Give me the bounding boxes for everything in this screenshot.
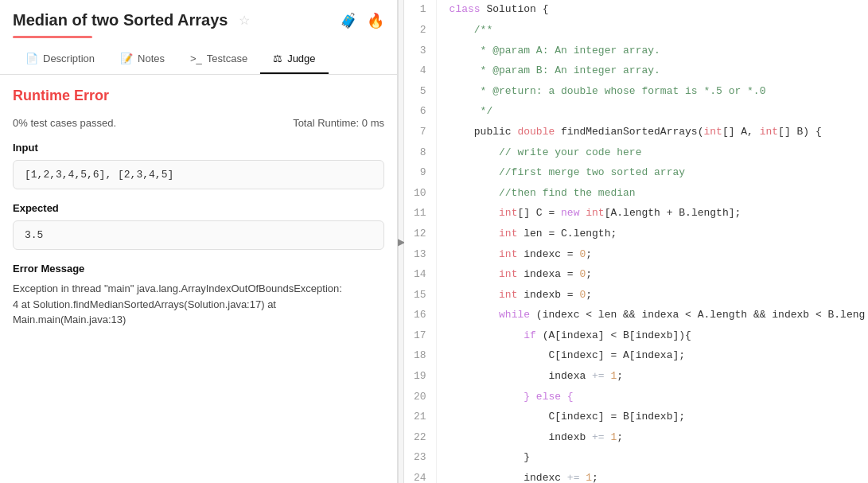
code-line: class Solution { bbox=[450, 0, 868, 21]
line-number: 22 bbox=[414, 427, 426, 448]
judge-content: Runtime Error 0% test cases passed. Tota… bbox=[0, 75, 397, 483]
code-editor-panel: 1234567891011121314151617181920212223242… bbox=[404, 0, 868, 483]
code-line: int[] C = new int[A.length + B.length]; bbox=[450, 204, 868, 224]
line-number: 2 bbox=[414, 21, 426, 41]
error-message-text: Exception in thread "main" java.lang.Arr… bbox=[13, 281, 384, 328]
tab-notes[interactable]: 📝 Notes bbox=[107, 45, 177, 74]
code-line: indexa += 1; bbox=[450, 367, 868, 388]
code-line: * @return: a double whose format is *.5 … bbox=[450, 81, 868, 102]
code-line: int indexc = 0; bbox=[450, 244, 868, 265]
progress-bar bbox=[13, 36, 92, 38]
code-line: //then find the median bbox=[450, 183, 868, 204]
line-number: 5 bbox=[414, 81, 426, 102]
line-number: 1 bbox=[414, 0, 426, 21]
code-line: C[indexc] = B[indexb]; bbox=[450, 407, 868, 428]
testcase-tab-label: Testcase bbox=[207, 53, 247, 64]
description-tab-label: Description bbox=[43, 53, 95, 64]
error-message-label: Error Message bbox=[13, 263, 384, 275]
left-panel: Median of two Sorted Arrays ☆ 🧳 🔥 📄 Desc… bbox=[0, 0, 398, 483]
code-line: while (indexc < len && indexa < A.length… bbox=[450, 306, 868, 326]
code-line: indexb += 1; bbox=[450, 427, 868, 448]
code-line: // write your code here bbox=[450, 142, 868, 163]
line-number: 24 bbox=[414, 469, 426, 483]
tab-bar: 📄 Description 📝 Notes >_ Testcase ⚖ Judg… bbox=[13, 45, 384, 74]
tab-judge[interactable]: ⚖ Judge bbox=[260, 45, 328, 74]
line-numbers: 1234567891011121314151617181920212223242… bbox=[404, 0, 437, 483]
code-line: /** bbox=[450, 21, 868, 41]
briefcase-icon[interactable]: 🧳 bbox=[340, 12, 357, 29]
code-line: int indexb = 0; bbox=[450, 285, 868, 306]
star-icon[interactable]: ☆ bbox=[239, 13, 250, 28]
code-line: } bbox=[450, 448, 868, 469]
expected-label: Expected bbox=[13, 202, 384, 214]
testcase-tab-icon: >_ bbox=[190, 53, 202, 64]
input-value: [1,2,3,4,5,6], [2,3,4,5] bbox=[13, 160, 384, 189]
description-tab-icon: 📄 bbox=[25, 53, 38, 64]
line-number: 10 bbox=[414, 183, 426, 204]
judge-tab-icon: ⚖ bbox=[273, 53, 282, 64]
code-line: C[indexc] = A[indexa]; bbox=[450, 346, 868, 367]
notes-tab-label: Notes bbox=[138, 53, 165, 64]
line-number: 16 bbox=[414, 306, 426, 326]
expected-value: 3.5 bbox=[13, 220, 384, 250]
code-line: * @param A: An integer array. bbox=[450, 41, 868, 61]
runtime-error-label: Runtime Error bbox=[13, 88, 384, 104]
line-number: 15 bbox=[414, 285, 426, 306]
panel-divider[interactable]: ▶ bbox=[398, 0, 404, 483]
runtime-stat: Total Runtime: 0 ms bbox=[293, 117, 384, 129]
pass-rate: 0% test cases passed. bbox=[13, 117, 116, 129]
line-number: 3 bbox=[414, 41, 426, 61]
line-number: 19 bbox=[414, 367, 426, 388]
line-number: 12 bbox=[414, 224, 426, 245]
line-number: 8 bbox=[414, 142, 426, 163]
tab-testcase[interactable]: >_ Testcase bbox=[177, 45, 260, 74]
line-number: 13 bbox=[414, 244, 426, 265]
line-number: 18 bbox=[414, 346, 426, 367]
line-number: 6 bbox=[414, 102, 426, 123]
line-number: 7 bbox=[414, 123, 426, 143]
code-editor[interactable]: 1234567891011121314151617181920212223242… bbox=[404, 0, 868, 483]
line-number: 4 bbox=[414, 61, 426, 82]
code-content[interactable]: class Solution { /** * @param A: An inte… bbox=[437, 0, 868, 483]
code-line: int len = C.length; bbox=[450, 224, 868, 245]
code-line: * @param B: An integer array. bbox=[450, 61, 868, 82]
problem-title: Median of two Sorted Arrays bbox=[13, 11, 228, 29]
code-line: if (A[indexa] < B[indexb]){ bbox=[450, 326, 868, 347]
code-line: */ bbox=[450, 102, 868, 123]
problem-header: Median of two Sorted Arrays ☆ 🧳 🔥 📄 Desc… bbox=[0, 0, 397, 75]
flame-icon[interactable]: 🔥 bbox=[367, 12, 384, 29]
code-line: //first merge two sorted array bbox=[450, 163, 868, 184]
judge-tab-label: Judge bbox=[287, 53, 315, 64]
stats-row: 0% test cases passed. Total Runtime: 0 m… bbox=[13, 117, 384, 129]
line-number: 21 bbox=[414, 407, 426, 428]
code-line: public double findMedianSortedArrays(int… bbox=[450, 123, 868, 143]
line-number: 20 bbox=[414, 387, 426, 407]
line-number: 23 bbox=[414, 448, 426, 469]
line-number: 11 bbox=[414, 204, 426, 224]
code-line: indexc += 1; bbox=[450, 469, 868, 483]
line-number: 14 bbox=[414, 265, 426, 286]
line-number: 17 bbox=[414, 326, 426, 347]
notes-tab-icon: 📝 bbox=[120, 53, 133, 64]
input-label: Input bbox=[13, 142, 384, 154]
code-line: } else { bbox=[450, 387, 868, 407]
tab-description[interactable]: 📄 Description bbox=[13, 45, 107, 74]
line-number: 9 bbox=[414, 163, 426, 184]
code-line: int indexa = 0; bbox=[450, 265, 868, 286]
